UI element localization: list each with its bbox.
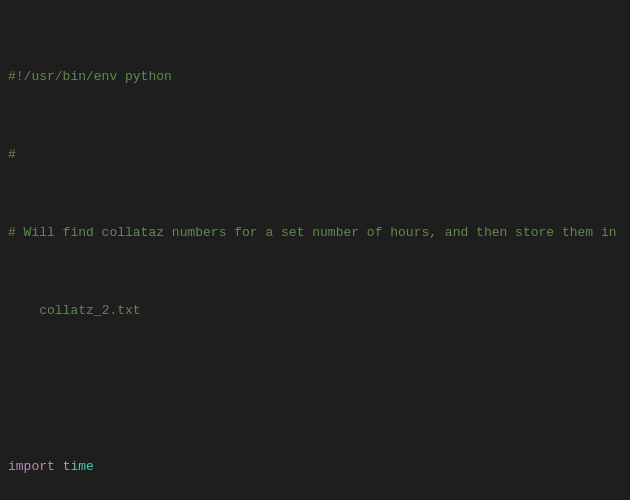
line-2: # — [0, 145, 630, 165]
code-editor: #!/usr/bin/env python # # Will find coll… — [0, 0, 630, 500]
line-5 — [0, 379, 630, 399]
line-4: collatz_2.txt — [0, 301, 630, 321]
line-3: # Will find collataz numbers for a set n… — [0, 223, 630, 243]
line-1: #!/usr/bin/env python — [0, 67, 630, 87]
line-6: import time — [0, 457, 630, 477]
